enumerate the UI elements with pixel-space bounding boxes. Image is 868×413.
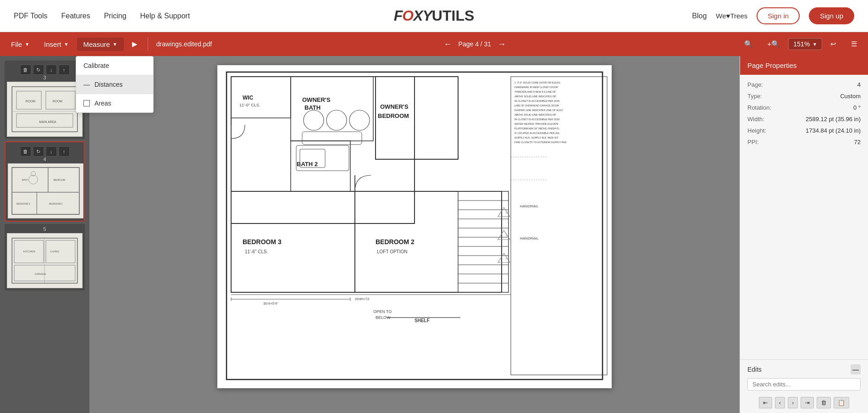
thumbnail-page4: 🗑 ↻ ↓ ↑ 4 BATH BEDROOM BEDROOM 3 BEDROOM [5,141,85,222]
thumb3-delete[interactable]: 🗑 [20,65,31,75]
edits-next-button[interactable]: › [788,397,798,408]
distances-label: Distances [94,81,122,88]
calibrate-item[interactable]: Calibrate [76,56,153,75]
thumb4-image[interactable]: BATH BEDROOM BEDROOM 3 BEDROOM 2 [8,163,83,218]
cursor-icon: ▶ [132,40,138,48]
nav-help-support[interactable]: Help & Support [140,12,190,20]
svg-text:ROOM: ROOM [26,100,36,103]
file-chevron-icon: ▼ [25,42,29,47]
prop-rotation-row: Rotation: 0 ° [747,104,861,111]
svg-text:ABOVE SOLID LINE INDICATES OP.: ABOVE SOLID LINE INDICATES OP. [514,95,557,98]
edits-controls: ⇤ ‹ › ⇥ 🗑 📋 [747,397,861,408]
insert-menu-button[interactable]: Insert ▼ [38,38,75,51]
nav-features[interactable]: Features [61,12,90,20]
undo-icon: ↩ [830,40,836,48]
distances-item[interactable]: — Distances [76,75,153,94]
edits-copy-button[interactable]: 📋 [834,397,849,408]
page-navigation: ← Page 4 / 31 → [441,39,509,50]
nav-left-links: PDF Tools Features Pricing Help & Suppor… [14,12,190,20]
site-logo[interactable]: FOXYUTILS [394,7,475,24]
measure-dropdown: Calibrate — Distances Areas [76,56,154,113]
ppi-label: PPI: [747,139,759,145]
svg-text:SUPPLY AUX. SUPPLY M.E. NEW 3/: SUPPLY AUX. SUPPLY M.E. NEW 3/4" [514,136,558,139]
edits-collapse-button[interactable]: — [851,364,861,374]
select-tool-button[interactable]: ▶ [126,37,144,51]
panel-properties: Page: 4 Type: Custom Rotation: 0 ° Width… [740,75,868,359]
svg-text:SHELF: SHELF [415,318,430,323]
zoom-in-icon: +🔍 [768,40,780,48]
svg-text:!: ! [506,212,507,215]
main-toolbar: File ▼ Insert ▼ Measure ▼ ▶ drawings.edi… [0,32,868,56]
zoom-in-button[interactable]: +🔍 [761,37,787,51]
pdf-page: WIC 11'-0" CLS. OWNER'S BATH OWNER'S BED… [217,65,612,388]
search-button[interactable]: 🔍 [738,37,759,51]
svg-text:OWNER'S: OWNER'S [380,103,409,110]
edits-last-button[interactable]: ⇥ [801,397,814,408]
thumbnail-page3: 🗑 ↻ ↓ ↑ 3 ROOM ROOM MAIN AREA [5,61,85,139]
thumb4-rotate[interactable]: ↻ [33,146,44,156]
rotation-value: 0 ° [853,104,861,111]
svg-rect-21 [7,234,82,288]
thumb3-down[interactable]: ↓ [46,65,57,75]
thumb4-down[interactable]: ↓ [46,146,57,156]
svg-text:BEDROOM: BEDROOM [378,112,409,119]
distances-icon: — [83,81,90,88]
svg-text:HANDRAIL: HANDRAIL [520,236,539,240]
ppi-value: 72 [854,139,861,145]
undo-button[interactable]: ↩ [824,37,843,51]
edits-title: Edits [747,366,762,373]
file-menu-button[interactable]: File ▼ [5,38,36,51]
menu-button[interactable]: ☰ [845,37,863,51]
zoom-level-display[interactable]: 151% ▼ [788,38,822,50]
svg-text:MAIN AREA: MAIN AREA [39,120,56,123]
signin-button[interactable]: Sign in [757,7,800,24]
thumb4-delete[interactable]: 🗑 [20,146,31,156]
nav-pdf-tools[interactable]: PDF Tools [14,12,48,20]
pdf-viewer[interactable]: WIC 11'-0" CLS. OWNER'S BATH OWNER'S BED… [89,56,740,413]
page-info: Page 4 / 31 [459,40,492,48]
edits-delete-button[interactable]: 🗑 [817,397,831,408]
measure-menu-button[interactable]: Measure ▼ [77,38,124,51]
thumb3-up[interactable]: ↑ [59,65,70,75]
svg-text:BEDROOM: BEDROOM [54,179,65,181]
svg-text:FIRE CLOSETS TO EXTERIOR SUPPL: FIRE CLOSETS TO EXTERIOR SUPPLY PAD [514,141,567,144]
thumb4-up[interactable]: ↑ [59,146,70,156]
edits-search-input[interactable] [747,378,861,391]
svg-text:1. 3'-6" SOLID CORE DOOR OR EQ: 1. 3'-6" SOLID CORE DOOR OR EQUAL [514,81,561,84]
svg-text:KITCHEN: KITCHEN [23,250,35,253]
svg-text:LIVING: LIVING [50,250,60,253]
rotation-label: Rotation: [747,104,771,111]
svg-text:OPEN TO: OPEN TO [373,309,392,314]
right-panel: Page Properties Page: 4 Type: Custom Rot… [740,56,868,413]
next-page-button[interactable]: → [495,39,509,50]
svg-text:PLATFORM MIN 18" ABOVE FINISH : PLATFORM MIN 18" ABOVE FINISH FL [514,127,559,130]
edits-prev-button[interactable]: ‹ [775,397,785,408]
svg-text:!: ! [506,257,507,261]
width-value: 2589.12 pt (35.96 in) [806,116,861,123]
signup-button[interactable]: Sign up [809,7,854,24]
thumb3-rotate[interactable]: ↻ [33,65,44,75]
svg-text:BEDROOM 2: BEDROOM 2 [376,238,415,246]
type-value: Custom [840,93,861,100]
page-label: Page: [747,81,763,88]
height-label: Height: [747,127,766,134]
calibrate-label: Calibrate [83,62,109,69]
nav-blog[interactable]: Blog [692,12,707,20]
svg-text:IN CLOSET IS ACCESSIBLE PER 20: IN CLOSET IS ACCESSIBLE PER 2019 [514,118,559,121]
svg-text:IN CLOSET IS ACCESSIBLE PER 20: IN CLOSET IS ACCESSIBLE PER 2019 [514,100,559,102]
thumb5-image[interactable]: KITCHEN LIVING GARAGE [7,233,83,288]
edits-first-button[interactable]: ⇤ [759,397,772,408]
insert-chevron-icon: ▼ [64,42,69,47]
svg-text:BEDROOM 3: BEDROOM 3 [243,238,282,246]
prev-page-button[interactable]: ← [441,39,455,50]
width-label: Width: [747,116,764,123]
nav-pricing[interactable]: Pricing [104,12,127,20]
svg-text:11'-0" CLS.: 11'-0" CLS. [239,103,260,107]
svg-text:WATER HEATER: PROVIDE ELEVATE: WATER HEATER: PROVIDE ELEVATE [514,123,558,125]
nav-wetrees[interactable]: We♥Trees [716,12,747,20]
svg-text:2040×72: 2040×72 [355,297,370,301]
svg-text:BEDROOM 3: BEDROOM 3 [17,203,30,205]
areas-item[interactable]: Areas [76,94,153,112]
svg-text:HARDWARE IN NEW CLOSET DOOR: HARDWARE IN NEW CLOSET DOOR [514,86,558,89]
thumb3-image[interactable]: ROOM ROOM MAIN AREA [7,82,83,137]
